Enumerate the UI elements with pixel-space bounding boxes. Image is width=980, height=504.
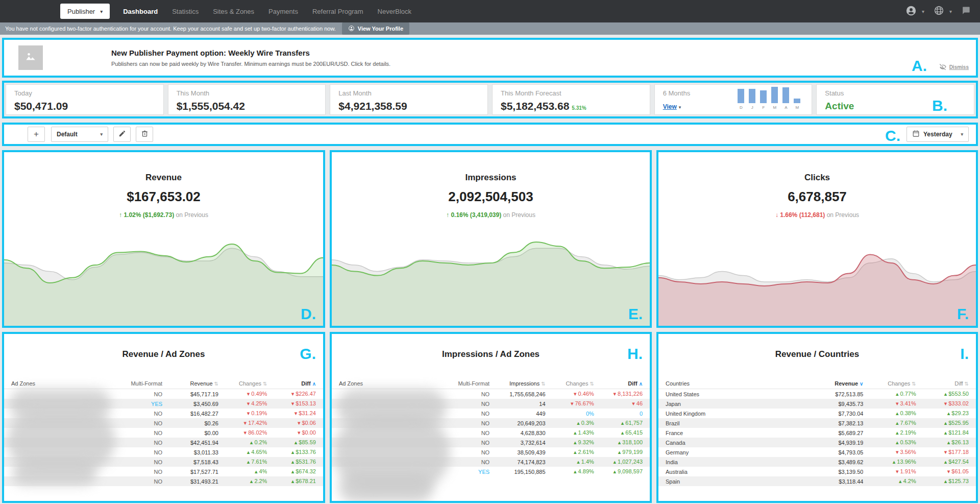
column-header-revenue[interactable]: Revenue∨ bbox=[803, 380, 864, 387]
value-cell: $5,689.27 bbox=[803, 430, 864, 436]
chevron-down-icon[interactable]: ▾ bbox=[949, 9, 952, 14]
language-menu-button[interactable] bbox=[934, 5, 944, 17]
nav-tab-payments[interactable]: Payments bbox=[268, 8, 298, 15]
table-title: Revenue / Ad Zones bbox=[4, 349, 323, 359]
chart-value: $167,653.02 bbox=[4, 189, 323, 205]
delete-preset-button[interactable] bbox=[136, 127, 153, 142]
table-row: NO14▾ 76.67%▾ 46 bbox=[332, 399, 650, 409]
table-row: NO$45,717.19▾ 0.49%▾ $226.47 bbox=[4, 389, 323, 399]
globe-icon bbox=[934, 5, 944, 17]
diff-cell: ▴ $29.23 bbox=[916, 410, 969, 417]
announcement-banner[interactable]: New Publisher Payment option: Weekly Wir… bbox=[4, 40, 976, 76]
column-header-changes[interactable]: Changes⇅ bbox=[863, 380, 916, 387]
table-row: NO3,732,614▴ 9.32%▴ 318,100 bbox=[332, 438, 650, 447]
annotation-box-f: Clicks 6,678,857 ↓ 1.66% (112,681) on Pr… bbox=[656, 150, 978, 328]
table-row: NO74,174,823▴ 1.4%▴ 1,027,243 bbox=[332, 457, 650, 467]
chat-button[interactable] bbox=[961, 6, 971, 17]
nav-tab-statistics[interactable]: Statistics bbox=[172, 8, 199, 15]
multi-format-cell: NO bbox=[441, 440, 489, 446]
edit-preset-button[interactable] bbox=[113, 127, 131, 142]
stat-card-status: Status Active bbox=[816, 84, 974, 115]
changes-cell: ▾ 0.19% bbox=[218, 410, 267, 417]
multi-format-cell: NO bbox=[114, 469, 163, 475]
country-name-cell: India bbox=[666, 459, 803, 465]
nav-tab-referral-program[interactable]: Referral Program bbox=[312, 8, 363, 15]
date-range-picker[interactable]: Yesterday ▾ bbox=[906, 127, 969, 142]
table-row: Spain$3,118.44▴ 4.2%▴ $125.73 bbox=[658, 476, 976, 486]
six-months-bar: F bbox=[760, 90, 767, 110]
revenue-countries-table-card: Revenue / Countries CountriesRevenue∨Cha… bbox=[658, 334, 976, 501]
chart-value: 2,092,504,503 bbox=[332, 189, 650, 205]
value-cell: 74,174,823 bbox=[489, 459, 545, 465]
view-link[interactable]: View bbox=[663, 103, 677, 110]
diff-cell: ▾ $31.24 bbox=[267, 410, 316, 417]
changes-cell: ▾ 3.56% bbox=[863, 449, 916, 455]
table-row: Japan$9,435.73▾ 3.41%▾ $333.02 bbox=[658, 399, 976, 409]
chevron-down-icon: ▾ bbox=[100, 132, 103, 137]
filter-bar: + Default ▾ C. Yesterday ▾ bbox=[4, 125, 976, 144]
table-row: NO$42,451.94▴ 0.2%▴ $85.59 bbox=[4, 438, 323, 447]
table-row: Canada$4,939.19▴ 0.53%▴ $26.13 bbox=[658, 438, 976, 447]
value-cell: $4,939.19 bbox=[803, 440, 864, 446]
chevron-down-icon[interactable]: ▾ bbox=[922, 9, 924, 14]
column-header-diff[interactable]: Diff∧ bbox=[594, 380, 643, 387]
country-name-cell: United Kingdom bbox=[666, 411, 803, 417]
table-body: NO$45,717.19▾ 0.49%▾ $226.47YES$3,450.69… bbox=[4, 389, 323, 486]
multi-format-cell: NO bbox=[441, 391, 489, 397]
image-icon bbox=[23, 50, 38, 66]
area-chart bbox=[658, 221, 976, 326]
annotation-box-b: Today $50,471.09 This Month $1,555,054.4… bbox=[2, 81, 978, 118]
add-preset-button[interactable]: + bbox=[28, 127, 45, 142]
value-cell: $17,527.71 bbox=[162, 469, 218, 475]
user-menu-button[interactable] bbox=[905, 5, 917, 18]
annotation-box-e: Impressions 2,092,504,503 ↑ 0.16% (3,419… bbox=[330, 150, 652, 328]
table-row: NO4,628,830▴ 1.43%▴ 65,415 bbox=[332, 428, 650, 438]
revenue-chart-card: Revenue $167,653.02 ↑ 1.02% ($1,692.73) … bbox=[4, 152, 323, 326]
dismiss-label: Dismiss bbox=[949, 64, 969, 70]
chevron-down-icon[interactable]: ▾ bbox=[679, 105, 681, 110]
nav-tab-dashboard[interactable]: Dashboard bbox=[123, 8, 158, 15]
nav-tab-sites-zones[interactable]: Sites & Zones bbox=[213, 8, 254, 15]
diff-cell: ▴ $531.76 bbox=[267, 459, 316, 465]
diff-cell: ▾ $177.18 bbox=[916, 449, 969, 455]
diff-cell: ▴ $133.76 bbox=[267, 449, 316, 455]
diff-cell: ▴ 61,757 bbox=[594, 420, 643, 426]
table-row: Germany$4,793.05▾ 3.56%▾ $177.18 bbox=[658, 447, 976, 457]
table-body: United States$72,513.85▴ 0.77%▴ $553.50J… bbox=[658, 389, 976, 486]
multi-format-cell: NO bbox=[114, 449, 163, 455]
changes-cell: ▴ 13.96% bbox=[863, 459, 916, 465]
multi-format-cell: YES bbox=[114, 401, 163, 407]
changes-cell: ▴ 2.2% bbox=[218, 478, 267, 485]
value-cell: $3,011.33 bbox=[162, 449, 218, 455]
value-cell: $45,717.19 bbox=[162, 391, 218, 397]
publisher-switcher-button[interactable]: Publisher ▾ bbox=[60, 4, 110, 19]
column-header-multi-format: Multi-Format bbox=[441, 380, 489, 387]
column-header-diff[interactable]: Diff⇅ bbox=[916, 380, 969, 387]
six-months-bar: M bbox=[771, 87, 778, 110]
column-header-changes[interactable]: Changes⇅ bbox=[218, 380, 267, 387]
diff-cell: ▴ 65,415 bbox=[594, 429, 643, 436]
preset-select[interactable]: Default ▾ bbox=[51, 127, 108, 142]
annotation-letter-a: A. bbox=[912, 58, 927, 74]
chart-title: Impressions bbox=[332, 173, 650, 183]
country-name-cell: Canada bbox=[666, 440, 803, 446]
view-profile-button[interactable]: View Your Profile bbox=[342, 22, 409, 35]
nav-tab-neverblock[interactable]: NeverBlock bbox=[378, 8, 411, 15]
dismiss-button[interactable]: Dismiss bbox=[939, 63, 969, 71]
diff-cell: ▾ $0.06 bbox=[267, 420, 316, 426]
column-header-revenue[interactable]: Revenue⇅ bbox=[162, 380, 218, 387]
multi-format-cell: NO bbox=[114, 411, 163, 417]
value-cell: $9,435.73 bbox=[803, 401, 864, 407]
clicks-chart-card: Clicks 6,678,857 ↓ 1.66% (112,681) on Pr… bbox=[658, 152, 976, 326]
column-header-changes[interactable]: Changes⇅ bbox=[546, 380, 594, 387]
changes-cell: ▾ 76.67% bbox=[546, 400, 594, 407]
image-placeholder bbox=[18, 45, 43, 70]
column-header-diff[interactable]: Diff∧ bbox=[267, 380, 316, 387]
diff-cell: ▾ $333.02 bbox=[916, 400, 969, 407]
stat-value: $50,471.09 bbox=[14, 100, 155, 112]
table-row: Australia$3,139.50▾ 1.91%▾ $61.05 bbox=[658, 467, 976, 476]
plus-icon: + bbox=[34, 129, 39, 139]
chart-change: ↑ 0.16% (3,419,039) on Previous bbox=[332, 211, 650, 219]
table-title: Impressions / Ad Zones bbox=[332, 349, 650, 359]
column-header-impressions[interactable]: Impressions⇅ bbox=[489, 380, 545, 387]
